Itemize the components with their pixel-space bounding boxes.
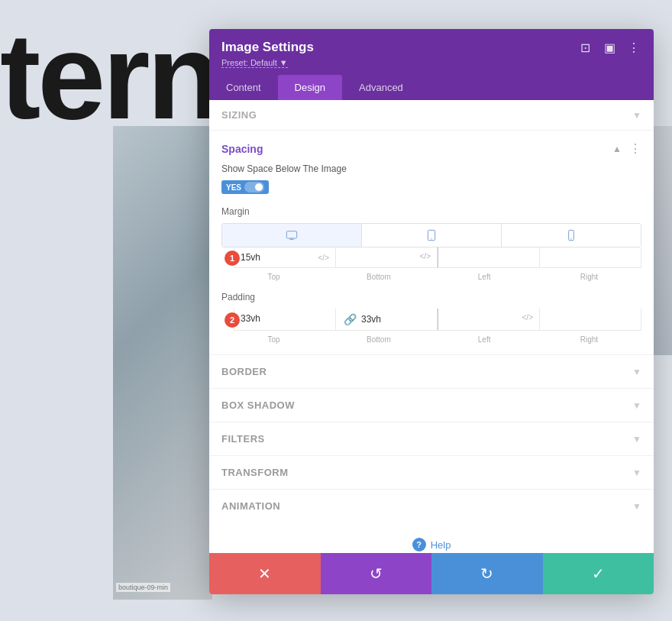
sizing-section[interactable]: Sizing ▼ bbox=[209, 100, 654, 131]
sizing-label: Sizing bbox=[221, 109, 257, 121]
panel-body: Sizing ▼ Spacing ▲ ⋮ Show Space Below Th… bbox=[209, 100, 654, 553]
image-label: boutique-09-min bbox=[116, 583, 170, 592]
filters-section[interactable]: Filters ▼ bbox=[209, 422, 654, 455]
undo-button[interactable]: ↺ bbox=[321, 553, 432, 594]
panel-tabs: Content Design Advanced bbox=[209, 75, 654, 100]
show-space-toggle-row: YES bbox=[221, 180, 641, 194]
spacing-title: Spacing bbox=[221, 143, 263, 155]
show-space-label: Show Space Below The Image bbox=[221, 163, 641, 174]
sizing-chevron-icon: ▼ bbox=[632, 110, 641, 121]
image-settings-panel: Image Settings ⊡ ▣ ⋮ Preset: Default ▼ C… bbox=[209, 29, 654, 594]
border-label: Border bbox=[221, 366, 267, 377]
margin-right-cell[interactable] bbox=[540, 247, 641, 267]
save-button[interactable]: ✓ bbox=[543, 553, 654, 594]
animation-chevron-icon: ▼ bbox=[632, 501, 641, 512]
padding-inputs-wrap: 2 33vh 🔗 33vh bbox=[234, 309, 641, 331]
transform-chevron-icon: ▼ bbox=[632, 467, 641, 478]
padding-right-label: Right bbox=[537, 334, 641, 345]
margin-labels: Top Bottom Left Right bbox=[221, 271, 641, 283]
spacing-collapse-icon[interactable]: ▲ bbox=[612, 144, 622, 154]
spacing-section: Spacing ▲ ⋮ Show Space Below The Image Y… bbox=[209, 131, 654, 345]
margin-label: Margin bbox=[221, 206, 641, 217]
desktop-icon bbox=[286, 229, 298, 241]
svg-rect-0 bbox=[286, 231, 296, 238]
margin-left-cell[interactable] bbox=[438, 247, 540, 267]
margin-desktop-tab[interactable] bbox=[222, 224, 362, 247]
margin-input-grid: 15vh </> </> bbox=[234, 247, 641, 268]
show-space-toggle[interactable]: YES bbox=[221, 180, 269, 194]
padding-right-cell[interactable] bbox=[540, 309, 641, 330]
redo-button[interactable]: ↻ bbox=[431, 553, 543, 594]
padding-labels: Top Bottom Left Right bbox=[221, 334, 641, 345]
padding-bottom-cell[interactable]: 🔗 33vh bbox=[336, 309, 438, 330]
panel-title: Image Settings bbox=[221, 40, 314, 55]
padding-top-label: Top bbox=[221, 334, 326, 345]
padding-left-cell[interactable]: </> bbox=[438, 309, 540, 330]
animation-section[interactable]: Animation ▼ bbox=[209, 489, 654, 522]
toggle-yes-label: YES bbox=[226, 183, 241, 192]
help-row[interactable]: ? Help bbox=[209, 522, 654, 553]
panel-preset[interactable]: Preset: Default ▼ bbox=[221, 58, 641, 67]
svg-point-6 bbox=[570, 238, 571, 239]
padding-top-cell[interactable]: 33vh bbox=[234, 309, 336, 330]
panel-footer: ✕ ↺ ↻ ✓ bbox=[209, 553, 654, 594]
margin-right-label: Right bbox=[537, 271, 641, 283]
svg-point-4 bbox=[431, 238, 431, 239]
animation-label: Animation bbox=[221, 500, 280, 512]
panel-header: Image Settings ⊡ ▣ ⋮ Preset: Default ▼ bbox=[209, 29, 654, 75]
fullscreen-icon[interactable]: ⊡ bbox=[577, 40, 593, 55]
box-shadow-section[interactable]: Box Shadow ▼ bbox=[209, 388, 654, 422]
spacing-header-controls: ▲ ⋮ bbox=[612, 141, 641, 156]
padding-bottom-value: 🔗 33vh bbox=[342, 313, 431, 325]
margin-top-label: Top bbox=[221, 271, 326, 283]
background-text: tern bbox=[0, 15, 218, 137]
padding-bottom-label: Bottom bbox=[326, 334, 431, 345]
columns-icon[interactable]: ▣ bbox=[602, 40, 617, 55]
tab-advanced[interactable]: Advanced bbox=[342, 75, 420, 100]
margin-bottom-label: Bottom bbox=[326, 271, 431, 283]
margin-top-value: 15vh </> bbox=[241, 252, 329, 263]
margin-top-cell[interactable]: 15vh </> bbox=[234, 247, 336, 267]
title-row: Image Settings ⊡ ▣ ⋮ bbox=[221, 40, 641, 55]
box-shadow-label: Box Shadow bbox=[221, 399, 295, 411]
padding-input-grid: 33vh 🔗 33vh </> bbox=[234, 309, 641, 331]
mobile-icon bbox=[565, 229, 577, 241]
padding-label: Padding bbox=[221, 292, 641, 302]
margin-left-label: Left bbox=[432, 271, 537, 283]
header-icons: ⊡ ▣ ⋮ bbox=[577, 40, 641, 55]
filters-label: Filters bbox=[221, 433, 265, 445]
margin-bottom-value: </> bbox=[342, 252, 431, 260]
background-image: boutique-09-min bbox=[113, 126, 212, 600]
spacing-header: Spacing ▲ ⋮ bbox=[221, 131, 641, 163]
transform-label: Transform bbox=[221, 467, 289, 478]
transform-section[interactable]: Transform ▼ bbox=[209, 455, 654, 489]
margin-bottom-cell[interactable]: </> bbox=[336, 247, 438, 267]
border-chevron-icon: ▼ bbox=[632, 367, 641, 377]
help-label: Help bbox=[431, 539, 451, 551]
spacing-more-icon[interactable]: ⋮ bbox=[629, 141, 641, 156]
tablet-icon bbox=[425, 229, 438, 241]
margin-top-code-icon: </> bbox=[318, 254, 329, 262]
help-icon: ? bbox=[412, 538, 426, 551]
margin-inputs-wrap: 1 15vh </> </> bbox=[234, 247, 641, 268]
margin-device-tabs bbox=[221, 223, 641, 247]
padding-top-value: 33vh bbox=[241, 313, 329, 324]
box-shadow-chevron-icon: ▼ bbox=[632, 400, 641, 411]
padding-left-code-icon: </> bbox=[522, 313, 533, 322]
tab-content[interactable]: Content bbox=[209, 75, 278, 100]
filters-chevron-icon: ▼ bbox=[632, 434, 641, 445]
padding-link-icon[interactable]: 🔗 bbox=[344, 313, 357, 325]
cancel-button[interactable]: ✕ bbox=[209, 553, 321, 594]
padding-left-value: </> bbox=[444, 313, 533, 322]
toggle-slider bbox=[244, 182, 264, 192]
margin-tablet-tab[interactable] bbox=[362, 224, 502, 247]
more-options-icon[interactable]: ⋮ bbox=[626, 40, 641, 55]
margin-mobile-tab[interactable] bbox=[502, 224, 641, 247]
margin-bottom-code-icon: </> bbox=[420, 252, 431, 260]
padding-left-label: Left bbox=[432, 334, 537, 345]
border-section[interactable]: Border ▼ bbox=[209, 354, 654, 388]
tab-design[interactable]: Design bbox=[278, 75, 342, 100]
